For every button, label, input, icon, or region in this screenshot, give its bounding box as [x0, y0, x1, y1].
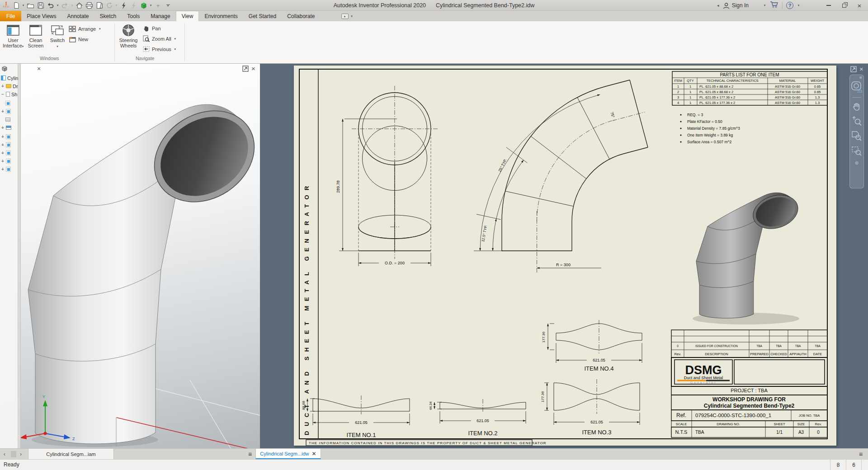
- navbar-menu-icon[interactable]: ⊜: [855, 160, 859, 165]
- sign-in-button[interactable]: Sign In: [723, 2, 749, 9]
- help-icon[interactable]: ?: [786, 2, 793, 9]
- minimize-button[interactable]: [823, 1, 835, 10]
- parts-list-table[interactable]: PARTS LIST FOR ONE ITEM ITEM QTY TECHNIC…: [672, 71, 827, 105]
- restore-view-icon[interactable]: [242, 66, 249, 72]
- inventor-logo-icon[interactable]: I PRO: [2, 1, 10, 10]
- open-icon[interactable]: [26, 1, 35, 10]
- undo-icon[interactable]: [46, 1, 55, 10]
- expand-icon[interactable]: +: [1, 167, 5, 172]
- material-icon[interactable]: [139, 1, 148, 10]
- steering-wheels-button[interactable]: Steering Wheels: [117, 23, 140, 48]
- item-2-view[interactable]: 44.34 621.05 ITEM NO.2: [429, 399, 526, 437]
- front-view[interactable]: 289.78 O.D. = 200: [336, 86, 438, 266]
- revision-table[interactable]: 0 ISSUED FOR CONSTRUCTION TBA TBA TBA TB…: [671, 330, 827, 357]
- collapse-left-icon[interactable]: ◂: [717, 3, 719, 8]
- new-file-dropdown-icon[interactable]: ▾: [22, 4, 25, 7]
- browser-item-sheet[interactable]: − Sh: [1, 91, 18, 98]
- model-browser-panel[interactable]: Cylind + Dr − Sh + + + + + + +: [0, 64, 18, 448]
- tab-scroll-right-icon[interactable]: ›: [20, 449, 22, 460]
- doc-tab-drawing[interactable]: Cylindrical Segm...idw ✕: [255, 449, 321, 460]
- tab-list-menu-icon[interactable]: ≡: [246, 451, 254, 458]
- browser-item-view[interactable]: +: [1, 166, 18, 173]
- zoom-fit-icon[interactable]: [851, 131, 862, 141]
- drawing-sheet[interactable]: DUCT AND SHEET METAL GENERATOR PARTS LIS…: [294, 66, 836, 446]
- expand-icon[interactable]: +: [1, 134, 5, 139]
- drawing-viewport[interactable]: DUCT AND SHEET METAL GENERATOR PARTS LIS…: [260, 64, 868, 448]
- tab-manage[interactable]: Manage: [145, 11, 175, 21]
- sheet-3d-view[interactable]: [696, 188, 806, 318]
- browser-item-table[interactable]: +: [1, 124, 18, 131]
- close-view-icon[interactable]: ×: [251, 66, 255, 72]
- tab-collaborate[interactable]: Collaborate: [282, 11, 320, 21]
- new-file-icon[interactable]: [12, 1, 20, 10]
- browser-item-root[interactable]: Cylind: [1, 75, 18, 81]
- close-drawing-icon[interactable]: ×: [859, 66, 863, 72]
- tab-scroll-left-icon[interactable]: ‹: [4, 449, 5, 460]
- switch-windows-button[interactable]: Switch ▾: [47, 23, 68, 49]
- browser-item-drawing-resources[interactable]: + Dr: [1, 83, 18, 89]
- zoom-all-button[interactable]: Zoom All ▾: [143, 35, 177, 42]
- close-browser-icon[interactable]: ×: [37, 65, 41, 72]
- qat-customize-icon[interactable]: ▾: [164, 1, 172, 10]
- item-3-view[interactable]: 177.36 621.05 ITEM NO.3: [541, 379, 640, 436]
- browser-item-view[interactable]: +: [1, 150, 18, 156]
- add-command-icon[interactable]: +: [154, 1, 162, 10]
- pan-tool-icon[interactable]: [852, 102, 862, 112]
- tab-file[interactable]: File: [0, 11, 21, 21]
- restore-button[interactable]: [838, 1, 850, 10]
- material-dropdown-icon[interactable]: ▾: [149, 4, 152, 7]
- browser-item-view[interactable]: +: [1, 108, 18, 115]
- expand-icon[interactable]: +: [1, 142, 5, 147]
- title-block[interactable]: DSMG Duct and Sheet Metal Generator PROJ…: [671, 357, 827, 437]
- navbar-close-icon[interactable]: ⊗: [859, 76, 862, 80]
- undo-dropdown-icon[interactable]: ▾: [56, 4, 59, 7]
- ilogic-trigger-icon[interactable]: [119, 1, 128, 10]
- browser-cube-icon[interactable]: [1, 65, 8, 72]
- collapse-icon[interactable]: −: [1, 92, 5, 97]
- store-cart-icon[interactable]: [770, 1, 778, 10]
- item-1-view[interactable]: 88.68 621.05 ITEM NO.1: [302, 395, 410, 438]
- browser-splitter[interactable]: [18, 64, 21, 448]
- tab-scroll-thumb[interactable]: [11, 451, 16, 457]
- expand-icon[interactable]: +: [1, 150, 5, 155]
- tab-environments[interactable]: Environments: [199, 11, 243, 21]
- home-icon[interactable]: [75, 1, 84, 10]
- tab-tools[interactable]: Tools: [122, 11, 145, 21]
- doc-tab-assembly[interactable]: Cylindrical Segm...iam: [28, 449, 114, 460]
- expand-icon[interactable]: +: [1, 159, 5, 164]
- tab-overflow-menu-icon[interactable]: ≡: [857, 451, 864, 458]
- browser-item-view[interactable]: +: [1, 158, 18, 164]
- sign-in-dropdown-icon[interactable]: ▾: [763, 4, 766, 7]
- item-4-view[interactable]: 177.36 621.05 ITEM NO.4: [542, 320, 642, 372]
- tab-place-views[interactable]: Place Views: [21, 11, 61, 21]
- close-button[interactable]: ×: [854, 1, 865, 10]
- drawing-notes[interactable]: REQ. = 3 Plate KFactor = 0.50 Material D…: [680, 113, 740, 144]
- browser-item-view[interactable]: +: [1, 133, 18, 140]
- tab-view[interactable]: View: [176, 11, 199, 21]
- print-icon[interactable]: [85, 1, 94, 10]
- restore-drawing-icon[interactable]: [850, 66, 857, 72]
- tab-annotate[interactable]: Annotate: [62, 11, 94, 21]
- close-tab-icon[interactable]: ✕: [312, 451, 316, 457]
- model-viewport-3d[interactable]: X Y Z × Cylind + Dr −: [0, 64, 260, 448]
- new-window-button[interactable]: ✶ New: [69, 36, 88, 42]
- help-dropdown-icon[interactable]: ▾: [797, 4, 800, 7]
- ribbon-appearance-icon[interactable]: ▴: [341, 14, 349, 19]
- save-icon[interactable]: [36, 1, 45, 10]
- clean-screen-button[interactable]: Clean Screen: [25, 23, 46, 48]
- zoom-window-icon[interactable]: [851, 146, 862, 156]
- expand-icon[interactable]: +: [1, 109, 5, 114]
- expand-icon[interactable]: +: [1, 84, 5, 89]
- browser-item-view[interactable]: +: [1, 141, 18, 148]
- navigation-bar[interactable]: ⊗ 2D: [849, 75, 864, 188]
- steering-wheel-2d-icon[interactable]: 2D: [851, 81, 862, 93]
- bend-profile-view[interactable]: 12.5° TYP. 25° TYP. 75° R = 300: [474, 80, 648, 273]
- pan-button[interactable]: Pan: [143, 25, 161, 32]
- drawing-settings-icon[interactable]: [95, 1, 104, 10]
- expand-icon[interactable]: +: [1, 125, 5, 130]
- ribbon-appearance-dropdown-icon[interactable]: ▾: [350, 14, 354, 18]
- previous-view-button[interactable]: Previous ▾: [143, 46, 177, 52]
- tab-sketch[interactable]: Sketch: [94, 11, 122, 21]
- arrange-button[interactable]: Arrange ▾: [69, 26, 101, 32]
- tab-get-started[interactable]: Get Started: [243, 11, 282, 21]
